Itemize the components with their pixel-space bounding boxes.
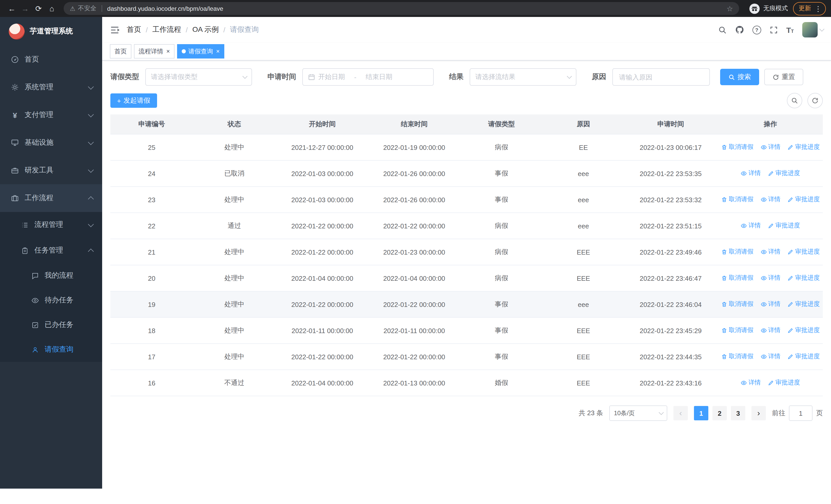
refresh-table-icon[interactable] — [807, 93, 823, 108]
cancel-leave-link[interactable]: 取消请假 — [721, 143, 753, 152]
approval-progress-link[interactable]: 审批进度 — [768, 379, 800, 387]
sidebar-item-process-management[interactable]: 流程管理 — [0, 212, 102, 238]
breadcrumb-item[interactable]: OA 示例 — [193, 25, 219, 34]
breadcrumb-item[interactable]: 首页 — [127, 25, 141, 34]
detail-link[interactable]: 详情 — [761, 195, 780, 204]
detail-link[interactable]: 详情 — [761, 326, 780, 335]
detail-link[interactable]: 详情 — [761, 352, 780, 361]
sidebar-item-my-processes[interactable]: 我的流程 — [0, 263, 102, 288]
result-select[interactable]: 请选择流结果 — [470, 68, 576, 86]
collapse-sidebar-icon[interactable] — [110, 25, 120, 35]
table-row[interactable]: 17 处理中 2022-01-22 00:00:00 2022-01-22 00… — [110, 344, 823, 370]
workflow-icon — [11, 194, 19, 202]
view-tab[interactable]: 流程详情 × — [134, 44, 174, 59]
page-button[interactable]: 2 — [712, 406, 727, 420]
table-row[interactable]: 23 处理中 2022-01-03 00:00:00 2022-01-26 00… — [110, 186, 823, 213]
approval-progress-link[interactable]: 审批进度 — [768, 169, 800, 178]
detail-link[interactable]: 详情 — [761, 143, 780, 152]
detail-link[interactable]: 详情 — [761, 274, 780, 283]
approval-progress-link[interactable]: 审批进度 — [768, 221, 800, 230]
page-size-select[interactable]: 10条/页 — [609, 406, 667, 421]
search-button[interactable]: 搜索 — [720, 69, 759, 85]
github-icon[interactable] — [735, 25, 744, 34]
approval-progress-link[interactable]: 审批进度 — [787, 143, 820, 152]
close-icon[interactable]: × — [216, 48, 220, 54]
font-size-icon[interactable]: TT — [786, 26, 794, 34]
reset-button[interactable]: 重置 — [764, 69, 803, 85]
reason-input-wrap — [612, 68, 710, 86]
bookmark-star-icon[interactable]: ☆ — [726, 4, 733, 12]
breadcrumb-item[interactable]: 工作流程 — [152, 25, 181, 34]
sidebar-item-leave-query[interactable]: 请假查询 — [0, 337, 102, 362]
forward-icon[interactable]: → — [19, 2, 32, 15]
approval-progress-link[interactable]: 审批进度 — [787, 352, 820, 361]
table-row[interactable]: 21 处理中 2022-01-22 00:00:00 2022-01-23 00… — [110, 239, 823, 265]
detail-link[interactable]: 详情 — [761, 248, 780, 256]
avatar[interactable] — [802, 22, 818, 37]
chrome-update-button[interactable]: 更新 ⋮ — [793, 2, 826, 15]
table-row[interactable]: 22 通过 2022-01-22 00:00:00 2022-01-22 00:… — [110, 213, 823, 239]
cancel-leave-link[interactable]: 取消请假 — [721, 195, 753, 204]
sidebar-item-infrastructure[interactable]: 基础设施 — [0, 129, 102, 156]
table-row[interactable]: 16 不通过 2022-01-04 00:00:00 2022-01-13 00… — [110, 370, 823, 396]
help-icon[interactable]: ? — [752, 25, 761, 34]
sidebar-item-system[interactable]: 系统管理 — [0, 73, 102, 101]
approval-progress-link[interactable]: 审批进度 — [787, 248, 820, 256]
leave-type-select[interactable]: 请选择请假类型 — [145, 68, 252, 86]
approval-progress-link[interactable]: 审批进度 — [787, 195, 820, 204]
toggle-search-icon[interactable] — [787, 93, 802, 108]
address-bar[interactable]: ⚠ 不安全 dashboard.yudao.iocoder.cn/bpm/oa/… — [64, 2, 739, 15]
sidebar-item-devtools[interactable]: 研发工具 — [0, 156, 102, 184]
reason-label: 原因 — [592, 72, 606, 82]
goto-page-input[interactable] — [789, 406, 812, 421]
back-icon[interactable]: ← — [5, 2, 19, 15]
cancel-leave-link[interactable]: 取消请假 — [721, 352, 753, 361]
sidebar-item-todo-tasks[interactable]: 待办任务 — [0, 288, 102, 313]
sidebar-item-done-tasks[interactable]: 已办任务 — [0, 313, 102, 337]
sidebar-item-task-management[interactable]: 任务管理 — [0, 238, 102, 263]
breadcrumb-separator: / — [146, 26, 148, 34]
cancel-leave-link[interactable]: 取消请假 — [721, 326, 753, 335]
prev-page-button[interactable]: ‹ — [674, 406, 688, 420]
detail-link[interactable]: 详情 — [741, 169, 761, 178]
detail-link[interactable]: 详情 — [741, 221, 761, 230]
next-page-button[interactable]: › — [751, 406, 766, 420]
user-menu[interactable] — [802, 22, 823, 37]
create-leave-button[interactable]: + 发起请假 — [110, 93, 157, 108]
sidebar-item-workflow[interactable]: 工作流程 — [0, 184, 102, 212]
cancel-leave-link[interactable]: 取消请假 — [721, 248, 753, 256]
table-row[interactable]: 25 处理中 2021-12-27 00:00:00 2022-01-19 00… — [110, 134, 823, 160]
approval-progress-link[interactable]: 审批进度 — [787, 326, 820, 335]
col-apply-time: 申请时间 — [623, 114, 718, 134]
sidebar-item-home[interactable]: 首页 — [0, 46, 102, 73]
apply-time-range-picker[interactable]: 开始日期 - 结束日期 — [302, 68, 434, 86]
search-icon[interactable] — [718, 25, 727, 34]
table-row[interactable]: 18 处理中 2022-01-11 00:00:00 2022-01-11 00… — [110, 318, 823, 344]
gear-icon — [11, 83, 19, 91]
table-row[interactable]: 20 处理中 2022-01-04 00:00:00 2022-01-04 00… — [110, 265, 823, 291]
view-tab[interactable]: 首页 — [110, 44, 132, 59]
plus-icon: + — [117, 97, 121, 105]
infrastructure-icon — [11, 139, 19, 147]
approval-progress-link[interactable]: 审批进度 — [787, 274, 820, 283]
cancel-leave-link[interactable]: 取消请假 — [721, 274, 753, 283]
fullscreen-icon[interactable] — [769, 25, 778, 34]
view-tab[interactable]: 请假查询 × — [177, 44, 224, 59]
table-row[interactable]: 19 处理中 2022-01-22 00:00:00 2022-01-22 00… — [110, 291, 823, 318]
detail-link[interactable]: 详情 — [761, 300, 780, 309]
url-text[interactable]: dashboard.yudao.iocoder.cn/bpm/oa/leave — [107, 5, 223, 12]
reason-input[interactable] — [618, 72, 704, 81]
page-button[interactable]: 1 — [694, 406, 708, 420]
page-button[interactable]: 3 — [731, 406, 745, 420]
cancel-leave-link[interactable]: 取消请假 — [721, 300, 753, 309]
chrome-menu-icon[interactable]: ⋮ — [813, 4, 823, 12]
sidebar-item-payment[interactable]: ¥ 支付管理 — [0, 101, 102, 129]
detail-link[interactable]: 详情 — [741, 379, 761, 387]
home-icon[interactable]: ⌂ — [45, 2, 58, 15]
app-logo[interactable]: 芋道管理系统 — [0, 17, 102, 46]
close-icon[interactable]: × — [166, 48, 170, 54]
approval-progress-link[interactable]: 审批进度 — [787, 300, 820, 309]
table-row[interactable]: 24 已取消 2022-01-03 00:00:00 2022-01-26 00… — [110, 160, 823, 186]
reload-icon[interactable]: ⟳ — [32, 2, 45, 15]
security-warning[interactable]: ⚠ 不安全 — [70, 4, 96, 13]
